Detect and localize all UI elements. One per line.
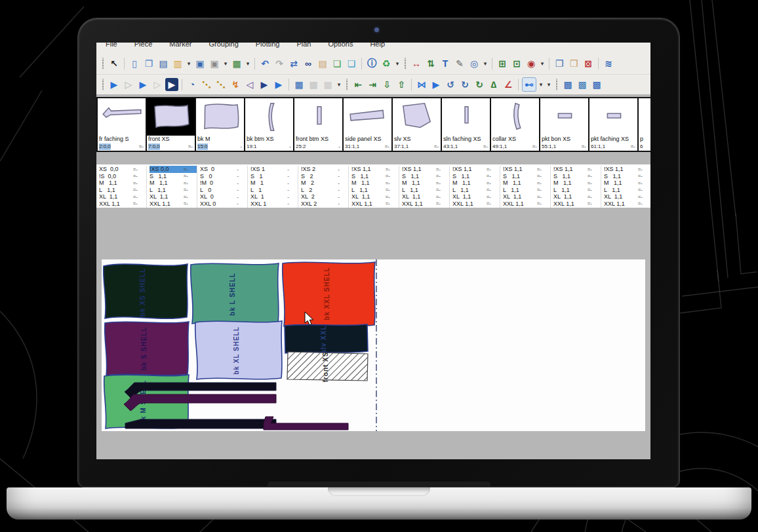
angle-measure-icon[interactable]: ∠: [502, 78, 515, 91]
rotate-180-icon[interactable]: ↻: [458, 78, 471, 91]
marker-canvas[interactable]: bk XS SHELL bk L SHELL bk XXL SHELL bk S…: [102, 259, 645, 431]
size-row[interactable]: S 1,1 =-: [351, 173, 399, 180]
menu-item[interactable]: Grouping: [209, 43, 239, 50]
table-view-icon[interactable]: ▦: [292, 78, 306, 91]
menu-item[interactable]: Marker: [169, 43, 191, 50]
size-row[interactable]: XL 0 -: [200, 193, 247, 200]
play-icon[interactable]: ▶: [108, 78, 121, 91]
run-panel-icon[interactable]: ▶: [165, 78, 178, 91]
size-row[interactable]: XXL 1,1 =-: [351, 200, 399, 208]
piece-thumbnail[interactable]: pkt faching XS 61:1,1 =-: [588, 97, 639, 152]
size-row[interactable]: XL 1,1 =-: [150, 193, 197, 200]
piece-order-icon[interactable]: ⇅: [424, 57, 437, 70]
piece-thumbnail[interactable]: slv XS 37:1,1 =-: [391, 97, 442, 152]
announce-icon[interactable]: ◁: [243, 78, 256, 91]
size-row[interactable]: !M 0 -: [200, 180, 247, 187]
step-icon[interactable]: ▶: [136, 78, 150, 91]
dropdown-arrow-icon[interactable]: ▾: [546, 78, 552, 91]
size-row[interactable]: XXL 1,1 =-: [99, 200, 146, 208]
size-row[interactable]: M 2 -: [301, 180, 348, 187]
size-row[interactable]: !XS 0,0 =-: [150, 166, 197, 173]
copy-marker-icon[interactable]: ❒: [553, 57, 566, 70]
size-row[interactable]: L 1,1 =-: [402, 187, 449, 194]
size-row[interactable]: XL 1,1 =-: [553, 193, 601, 200]
size-row[interactable]: XXL 1,1 =-: [604, 200, 650, 208]
menu-item[interactable]: Plan: [296, 43, 311, 50]
undo-icon[interactable]: ↶: [258, 57, 271, 70]
marker-info-icon[interactable]: ⓘ: [365, 57, 378, 70]
pairs-icon[interactable]: ≋: [602, 57, 615, 70]
dropdown-arrow-icon[interactable]: ▾: [539, 57, 546, 70]
fit-marker-icon[interactable]: ⊡: [510, 57, 523, 70]
flip-horizontal-icon[interactable]: ⋈: [415, 78, 428, 91]
quick-nest-icon[interactable]: ↯: [229, 78, 242, 91]
piece-thumbnail[interactable]: front btm XS 25:2 -: [293, 97, 344, 152]
size-row[interactable]: M 1,1 =-: [150, 180, 197, 187]
size-row[interactable]: XL 1,1 =-: [452, 193, 500, 200]
dropdown-arrow-icon[interactable]: ▾: [394, 57, 401, 70]
overlap-tool-icon[interactable]: ⊷: [522, 77, 536, 92]
marker-piece-facing-strip-4[interactable]: [264, 417, 348, 430]
piece-thumbnail[interactable]: collar XS 49:1,1 =-: [490, 97, 540, 152]
zoom-selection-icon[interactable]: ◉: [525, 57, 538, 70]
size-row[interactable]: L 1,1 =-: [604, 187, 650, 194]
play-skip-icon[interactable]: ▷: [122, 78, 135, 91]
size-row[interactable]: XS 0 -: [200, 166, 247, 173]
dropdown-arrow-icon[interactable]: ▾: [336, 78, 342, 91]
recalculate-icon[interactable]: ♻: [380, 57, 393, 70]
size-row[interactable]: XL 1,1 =-: [402, 193, 449, 200]
move-up-icon[interactable]: ⇧: [395, 78, 408, 91]
size-row[interactable]: XL 1,1 =-: [503, 193, 550, 200]
size-row[interactable]: L 1,1 =-: [553, 187, 601, 194]
menu-item[interactable]: File: [106, 43, 117, 50]
size-row[interactable]: L 1,1 =-: [150, 187, 197, 194]
measure-width-icon[interactable]: ↔: [410, 57, 423, 70]
size-row[interactable]: XXL 1,1 =-: [452, 200, 500, 208]
update-pieces-icon[interactable]: ⇄: [287, 57, 300, 70]
menu-item[interactable]: Help: [370, 43, 385, 50]
excel-export-icon[interactable]: ▦: [230, 57, 243, 70]
marker-piece-facing-strip-3[interactable]: [125, 419, 276, 428]
nest-split-icon[interactable]: ▶: [272, 78, 285, 91]
size-row[interactable]: S 0 -: [200, 173, 247, 180]
piece-thumbnail[interactable]: front XS 7:0,0 =-: [146, 97, 196, 152]
pen-tool-icon[interactable]: ✎: [453, 57, 466, 70]
size-row[interactable]: L 1,1 =-: [99, 187, 146, 194]
menu-item[interactable]: Piece: [134, 43, 153, 50]
size-row[interactable]: !XS 1,1 =-: [503, 166, 550, 173]
open-order-icon[interactable]: ❏: [345, 57, 358, 70]
menu-item[interactable]: Plotting: [256, 43, 280, 50]
group-nest-icon[interactable]: ▩: [561, 78, 574, 91]
size-row[interactable]: XL 1 -: [250, 193, 298, 200]
group-nest3-icon[interactable]: ▩: [590, 78, 603, 91]
rotate-cw-icon[interactable]: ↻: [473, 78, 486, 91]
size-row[interactable]: !S 0,0 =-: [99, 173, 146, 180]
size-row[interactable]: XL 1,1 =-: [99, 193, 146, 200]
size-row[interactable]: S 1,1 =-: [503, 173, 550, 180]
align-left-icon[interactable]: ⇤: [351, 78, 365, 91]
size-row[interactable]: XXL 2 -: [301, 200, 348, 208]
rotate-90-icon[interactable]: ↺: [444, 78, 457, 91]
size-row[interactable]: M 1,1 =-: [503, 180, 550, 187]
size-row[interactable]: M 1,1 =-: [553, 180, 601, 187]
redo-icon[interactable]: ↷: [273, 57, 286, 70]
size-row[interactable]: L 1,1 =-: [503, 187, 550, 194]
size-row[interactable]: L 0 -: [200, 187, 247, 194]
add-piece-icon[interactable]: ⊞: [496, 57, 509, 70]
step-disabled-icon[interactable]: ▷: [151, 78, 164, 91]
new-document-icon[interactable]: ▯: [128, 57, 141, 70]
size-row[interactable]: XXL 1,1 =-: [150, 200, 197, 208]
table-off2-icon[interactable]: ▦: [321, 78, 334, 91]
size-row[interactable]: M 1,1 =-: [99, 180, 146, 187]
size-row[interactable]: XXL 0 -: [200, 200, 247, 208]
piece-thumbnail[interactable]: pkt bon XS 55:1,1 =-: [539, 97, 589, 152]
size-row[interactable]: XL 1,1 =-: [604, 193, 650, 200]
size-row[interactable]: L 1,1 =-: [452, 187, 500, 194]
size-row[interactable]: M 1 -: [250, 180, 298, 187]
size-row[interactable]: L 2 -: [301, 187, 348, 194]
export-package-icon[interactable]: ▥: [171, 57, 184, 70]
size-row[interactable]: M 1,1 =-: [351, 180, 399, 187]
size-row[interactable]: !XS 1,1 =-: [553, 166, 601, 173]
save-icon[interactable]: ▤: [157, 57, 170, 70]
size-row[interactable]: !XS 1 -: [250, 166, 298, 173]
